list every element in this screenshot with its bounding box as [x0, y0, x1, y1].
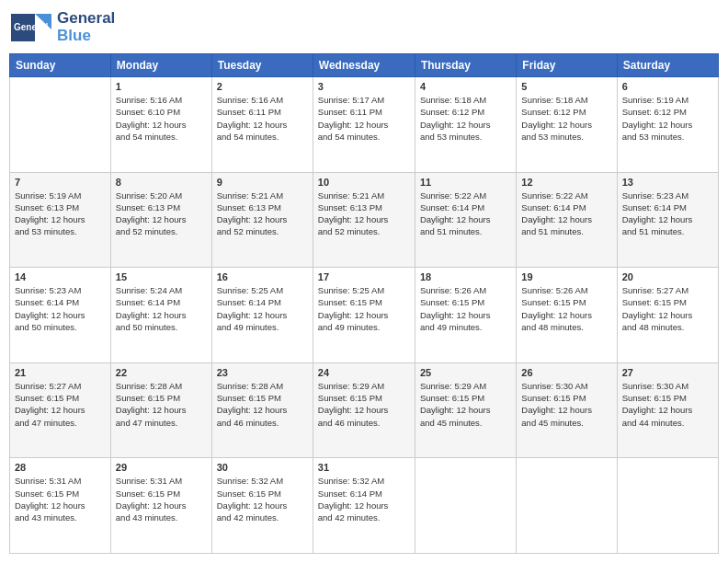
day-number: 5 [521, 81, 611, 92]
calendar-cell: 2Sunrise: 5:16 AM Sunset: 6:11 PM Daylig… [211, 77, 313, 173]
week-row-5: 28Sunrise: 5:31 AM Sunset: 6:15 PM Dayli… [10, 458, 719, 554]
calendar-cell: 5Sunrise: 5:18 AM Sunset: 6:12 PM Daylig… [517, 77, 617, 173]
day-info: Sunrise: 5:30 AM Sunset: 6:15 PM Dayligh… [622, 380, 713, 429]
calendar-cell: 17Sunrise: 5:25 AM Sunset: 6:15 PM Dayli… [313, 268, 415, 363]
calendar-cell: 20Sunrise: 5:27 AM Sunset: 6:15 PM Dayli… [617, 268, 718, 363]
day-info: Sunrise: 5:21 AM Sunset: 6:13 PM Dayligh… [318, 190, 410, 238]
logo-svg: General [9, 9, 55, 46]
calendar-cell [415, 458, 516, 554]
col-header-wednesday: Wednesday [313, 54, 415, 77]
day-number: 2 [217, 81, 308, 92]
col-header-thursday: Thursday [415, 54, 516, 77]
day-number: 23 [217, 367, 308, 378]
day-info: Sunrise: 5:22 AM Sunset: 6:14 PM Dayligh… [521, 190, 611, 238]
day-info: Sunrise: 5:17 AM Sunset: 6:11 PM Dayligh… [318, 94, 410, 143]
day-info: Sunrise: 5:18 AM Sunset: 6:12 PM Dayligh… [521, 94, 611, 143]
calendar-cell: 29Sunrise: 5:31 AM Sunset: 6:15 PM Dayli… [110, 458, 211, 554]
day-info: Sunrise: 5:23 AM Sunset: 6:14 PM Dayligh… [15, 284, 106, 333]
calendar-cell: 4Sunrise: 5:18 AM Sunset: 6:12 PM Daylig… [415, 77, 516, 173]
day-info: Sunrise: 5:25 AM Sunset: 6:14 PM Dayligh… [217, 284, 308, 333]
day-info: Sunrise: 5:31 AM Sunset: 6:15 PM Dayligh… [15, 475, 106, 523]
day-number: 19 [521, 271, 611, 282]
day-number: 21 [15, 367, 106, 378]
day-info: Sunrise: 5:19 AM Sunset: 6:12 PM Dayligh… [622, 94, 713, 143]
day-number: 11 [420, 177, 511, 188]
calendar-cell: 10Sunrise: 5:21 AM Sunset: 6:13 PM Dayli… [313, 172, 415, 268]
day-info: Sunrise: 5:29 AM Sunset: 6:15 PM Dayligh… [318, 380, 410, 429]
day-info: Sunrise: 5:23 AM Sunset: 6:14 PM Dayligh… [622, 190, 713, 238]
day-number: 27 [622, 367, 713, 378]
calendar-cell: 9Sunrise: 5:21 AM Sunset: 6:13 PM Daylig… [211, 172, 313, 268]
day-number: 1 [116, 81, 207, 92]
day-number: 6 [622, 81, 713, 92]
day-info: Sunrise: 5:27 AM Sunset: 6:15 PM Dayligh… [622, 284, 713, 333]
calendar-table: SundayMondayTuesdayWednesdayThursdayFrid… [9, 53, 719, 554]
calendar-cell: 23Sunrise: 5:28 AM Sunset: 6:15 PM Dayli… [211, 362, 313, 458]
week-row-3: 14Sunrise: 5:23 AM Sunset: 6:14 PM Dayli… [10, 268, 719, 363]
calendar-cell: 30Sunrise: 5:32 AM Sunset: 6:15 PM Dayli… [211, 458, 313, 554]
day-info: Sunrise: 5:26 AM Sunset: 6:15 PM Dayligh… [521, 284, 611, 333]
day-number: 9 [217, 177, 308, 188]
day-number: 8 [116, 177, 207, 188]
calendar-cell: 31Sunrise: 5:32 AM Sunset: 6:14 PM Dayli… [313, 458, 415, 554]
day-info: Sunrise: 5:29 AM Sunset: 6:15 PM Dayligh… [420, 380, 511, 429]
day-number: 24 [318, 367, 410, 378]
day-info: Sunrise: 5:32 AM Sunset: 6:15 PM Dayligh… [217, 475, 308, 523]
calendar-cell: 12Sunrise: 5:22 AM Sunset: 6:14 PM Dayli… [517, 172, 617, 268]
day-info: Sunrise: 5:28 AM Sunset: 6:15 PM Dayligh… [116, 380, 207, 429]
calendar-cell: 18Sunrise: 5:26 AM Sunset: 6:15 PM Dayli… [415, 268, 516, 363]
week-row-1: 1Sunrise: 5:16 AM Sunset: 6:10 PM Daylig… [10, 77, 719, 173]
day-info: Sunrise: 5:25 AM Sunset: 6:15 PM Dayligh… [318, 284, 410, 333]
day-number: 25 [420, 367, 511, 378]
week-row-4: 21Sunrise: 5:27 AM Sunset: 6:15 PM Dayli… [10, 362, 719, 458]
day-number: 22 [116, 367, 207, 378]
day-info: Sunrise: 5:32 AM Sunset: 6:14 PM Dayligh… [318, 475, 410, 523]
calendar-cell: 16Sunrise: 5:25 AM Sunset: 6:14 PM Dayli… [211, 268, 313, 363]
col-header-monday: Monday [110, 54, 211, 77]
calendar-cell [617, 458, 718, 554]
day-info: Sunrise: 5:22 AM Sunset: 6:14 PM Dayligh… [420, 190, 511, 238]
day-info: Sunrise: 5:28 AM Sunset: 6:15 PM Dayligh… [217, 380, 308, 429]
col-header-sunday: Sunday [10, 54, 111, 77]
calendar-cell: 26Sunrise: 5:30 AM Sunset: 6:15 PM Dayli… [517, 362, 617, 458]
calendar-cell: 14Sunrise: 5:23 AM Sunset: 6:14 PM Dayli… [10, 268, 111, 363]
calendar-cell: 28Sunrise: 5:31 AM Sunset: 6:15 PM Dayli… [10, 458, 111, 554]
calendar-cell: 22Sunrise: 5:28 AM Sunset: 6:15 PM Dayli… [110, 362, 211, 458]
day-info: Sunrise: 5:24 AM Sunset: 6:14 PM Dayligh… [116, 284, 207, 333]
header-row: SundayMondayTuesdayWednesdayThursdayFrid… [10, 54, 719, 77]
col-header-tuesday: Tuesday [211, 54, 313, 77]
day-number: 20 [622, 271, 713, 282]
day-info: Sunrise: 5:19 AM Sunset: 6:13 PM Dayligh… [15, 190, 106, 238]
day-number: 17 [318, 271, 410, 282]
col-header-saturday: Saturday [617, 54, 718, 77]
calendar-cell: 19Sunrise: 5:26 AM Sunset: 6:15 PM Dayli… [517, 268, 617, 363]
day-number: 18 [420, 271, 511, 282]
day-number: 3 [318, 81, 410, 92]
calendar-cell: 25Sunrise: 5:29 AM Sunset: 6:15 PM Dayli… [415, 362, 516, 458]
svg-text:General: General [14, 22, 48, 32]
day-info: Sunrise: 5:31 AM Sunset: 6:15 PM Dayligh… [116, 475, 207, 523]
header: General General Blue [9, 9, 719, 46]
logo-blue: Blue [57, 27, 91, 44]
calendar-cell: 27Sunrise: 5:30 AM Sunset: 6:15 PM Dayli… [617, 362, 718, 458]
logo: General General Blue [9, 9, 115, 46]
day-info: Sunrise: 5:20 AM Sunset: 6:13 PM Dayligh… [116, 190, 207, 238]
day-number: 4 [420, 81, 511, 92]
day-info: Sunrise: 5:26 AM Sunset: 6:15 PM Dayligh… [420, 284, 511, 333]
calendar-cell: 15Sunrise: 5:24 AM Sunset: 6:14 PM Dayli… [110, 268, 211, 363]
calendar-cell: 7Sunrise: 5:19 AM Sunset: 6:13 PM Daylig… [10, 172, 111, 268]
calendar-cell: 21Sunrise: 5:27 AM Sunset: 6:15 PM Dayli… [10, 362, 111, 458]
day-number: 16 [217, 271, 308, 282]
day-number: 28 [15, 462, 106, 473]
calendar-cell [10, 77, 111, 173]
day-number: 7 [15, 177, 106, 188]
day-info: Sunrise: 5:30 AM Sunset: 6:15 PM Dayligh… [521, 380, 611, 429]
day-info: Sunrise: 5:16 AM Sunset: 6:11 PM Dayligh… [217, 94, 308, 143]
day-number: 13 [622, 177, 713, 188]
calendar-cell: 6Sunrise: 5:19 AM Sunset: 6:12 PM Daylig… [617, 77, 718, 173]
calendar-cell [517, 458, 617, 554]
calendar-cell: 24Sunrise: 5:29 AM Sunset: 6:15 PM Dayli… [313, 362, 415, 458]
day-number: 31 [318, 462, 410, 473]
calendar-cell: 8Sunrise: 5:20 AM Sunset: 6:13 PM Daylig… [110, 172, 211, 268]
calendar-cell: 11Sunrise: 5:22 AM Sunset: 6:14 PM Dayli… [415, 172, 516, 268]
